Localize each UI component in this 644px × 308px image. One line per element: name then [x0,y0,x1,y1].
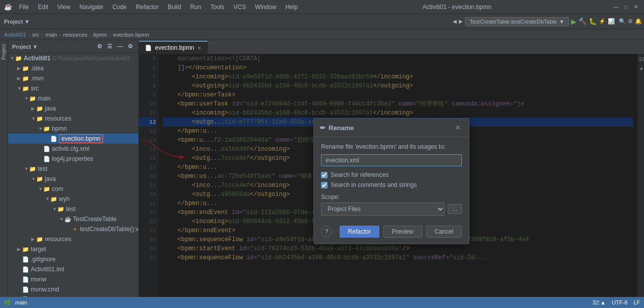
panel-settings-icon[interactable]: ⚙ [96,43,104,50]
refactor-button[interactable]: Refactor [340,226,379,238]
cancel-button[interactable]: Cancel [426,226,462,238]
nav-back-icon[interactable]: ◀ [453,19,457,24]
profile-button[interactable]: 📊 [608,18,615,25]
search-everywhere-icon[interactable]: 🔍 [619,18,626,25]
tree-item-java-test[interactable]: ▼ 📁 java [8,174,138,184]
modal-scope-select[interactable]: Project Files Whole Project Module [321,202,445,216]
tree-item-com[interactable]: ▼ 📁 com [8,184,138,194]
tree-item-wyh[interactable]: ▼ 📁 wyh [8,194,138,204]
tree-item-activiti01[interactable]: ▼ 📁 Activiti01 D:\Tools\JavaWorkSpace\Ac… [8,53,138,63]
menu-edit[interactable]: Edit [34,3,52,12]
modal-title-bar: ✏ Rename ✕ [314,119,469,137]
tree-label-resources: resources [45,115,71,122]
modal-rename-input[interactable] [321,154,462,166]
tree-arrow-java-main: ▶ [31,106,36,111]
menu-window[interactable]: Window [251,3,281,12]
close-button[interactable]: ✕ [632,3,640,11]
breadcrumb-bpmn[interactable]: bpmn [94,32,108,38]
tree-item-resources-test[interactable]: ▶ 📁 resources [8,234,138,244]
tree-label-wyh: wyh [59,195,69,202]
tree-item-mvn[interactable]: ▶ 📁 .mvn [8,73,138,83]
preview-button[interactable]: Preview [383,226,422,238]
tab-evection-bpmn[interactable]: 📄 evection.bpmn ✕ [139,41,208,54]
tree-item-java-main[interactable]: ▶ 📁 java [8,104,138,114]
tree-item-bpmn-folder[interactable]: ▼ 📁 bpmn [8,124,138,134]
tree-item-test[interactable]: ▼ 📁 test [8,164,138,174]
status-bar-linesep: LF [633,299,640,305]
breadcrumb-file[interactable]: evection.bpmn [113,32,149,38]
menu-run[interactable]: Run [186,3,205,12]
menu-tools[interactable]: Tools [206,3,228,12]
tree-item-main[interactable]: ▼ 📁 main [8,93,138,104]
tree-item-activiti01-iml[interactable]: 📄 Activiti01.iml [8,264,138,274]
folder-icon-test: 📁 [29,166,36,172]
menu-build[interactable]: Build [164,3,185,12]
tree-label-main: main [38,95,51,102]
iml-icon: 📄 [22,266,29,273]
tree-item-target[interactable]: ▶ 📁 target [8,244,138,254]
menu-help[interactable]: Help [281,3,302,12]
tree-item-test-pkg[interactable]: ▼ 📁 test [8,204,138,214]
title-bar: ☕ File Edit View Navigate Code Refactor … [0,0,644,14]
tree-item-mvnw[interactable]: 📄 mvnw [8,274,138,284]
settings-icon[interactable]: ⚙ [628,18,633,25]
modal-close-button[interactable]: ✕ [453,123,463,133]
menu-code[interactable]: Code [108,3,131,12]
modal-rename-label: Rename file 'evection.bpmn' and its usag… [321,143,462,150]
tree-item-idea[interactable]: ▶ 📁 .idea [8,63,138,73]
nav-forward-icon[interactable]: ▶ [459,19,463,24]
tree-item-testcreatetable[interactable]: ▼ ☕ TestCreateTable [8,214,138,224]
modal-help-button[interactable]: ? [321,226,332,237]
tree-item-log4j[interactable]: 📄 log4j.properties [8,154,138,164]
tree-item-gitignore[interactable]: 📄 .gitignore [8,254,138,264]
tree-arrow-test-pkg: ▼ [52,207,57,212]
panel-collapse-icon[interactable]: — [116,43,124,50]
search-references-checkbox[interactable] [321,172,328,178]
menu-file[interactable]: File [15,3,33,12]
menu-navigate[interactable]: Navigate [75,3,107,12]
run-button[interactable]: ▶ [571,18,577,26]
tree-arrow-target: ▶ [17,247,22,252]
file-icon-mvnw-cmd: 📄 [22,286,29,293]
breadcrumb-main[interactable]: main [45,32,57,38]
project-tab[interactable]: Project [0,42,8,62]
toolbar: Project ▼ ◀ ▶ TestCreateTable.testCreate… [0,14,644,29]
debug-button[interactable]: 🐛 [589,18,597,25]
modal-action-buttons: Refactor Preview Cancel [340,226,462,238]
menu-view[interactable]: View [53,3,74,12]
tree-item-activiti-cfg[interactable]: 📄 activiti.cfg.xml [8,144,138,154]
tree-label-java-test: java [45,175,56,182]
tree-item-resources[interactable]: ▼ 📁 resources [8,114,138,124]
tree-item-testcreatedbtable[interactable]: 🔸 testCreateDbTable():void [8,224,138,234]
run-config-selector[interactable]: TestCreateTable.testCreateDbTable ▼ [465,17,569,26]
tree-item-mvnw-cmd[interactable]: 📄 mvnw.cmd [8,284,138,294]
breadcrumb-src[interactable]: src [32,32,40,38]
folder-icon-src: 📁 [22,85,29,92]
panel-gear-icon[interactable]: ⚙ [126,43,134,50]
coverage-button[interactable]: ⚡ [599,18,606,25]
minimize-button[interactable]: — [612,3,620,11]
modal-dots-button[interactable]: ... [448,204,462,214]
menu-refactor[interactable]: Refactor [132,3,163,12]
maximize-button[interactable]: □ [622,3,630,11]
tree-item-src[interactable]: ▼ 📁 src [8,83,138,93]
menu-vcs[interactable]: VCS [229,3,250,12]
tree-label-log4j: log4j.properties [52,155,93,162]
menu-bar: File Edit View Navigate Code Refactor Bu… [15,3,302,12]
tree-item-evection-bpmn[interactable]: 📄 evection.bpmn [8,134,138,144]
tree-label-com: com [52,185,63,192]
breadcrumb-sep-1: › [28,32,30,38]
tree-arrow-resources-test: ▶ [31,237,36,242]
breadcrumb-activiti01[interactable]: Activiti01 [4,32,26,38]
notifications-icon[interactable]: 🔔 [635,18,642,25]
build-button[interactable]: 🔨 [579,18,587,25]
panel-expand-icon[interactable]: ☰ [106,43,114,50]
project-tree: ▼ 📁 Activiti01 D:\Tools\JavaWorkSpace\Ac… [8,53,138,308]
tab-bpmn-icon: 📄 [145,45,152,51]
modal-scope-select-row: Project Files Whole Project Module ... [321,202,462,216]
tab-close-icon[interactable]: ✕ [197,45,201,51]
modal-rename-icon: ✏ [320,124,326,132]
modal-body: Rename file 'evection.bpmn' and its usag… [314,137,469,222]
breadcrumb-resources[interactable]: resources [63,32,88,38]
search-comments-checkbox[interactable] [321,182,328,188]
